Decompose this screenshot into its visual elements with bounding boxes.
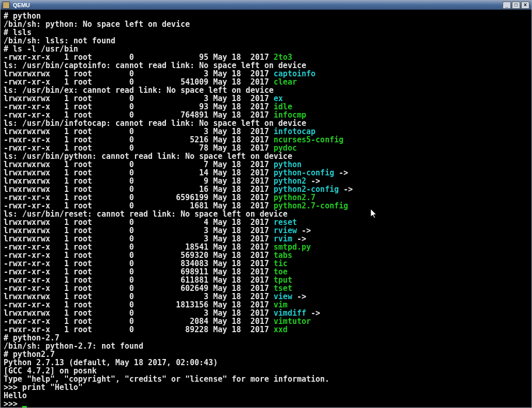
ls-row: -rwxr-xr-x 1 root 0 834083 May 18 2017 t… (4, 259, 528, 268)
prompt-line[interactable]: >>> (4, 400, 528, 407)
terminal-line: # lsls (4, 28, 528, 37)
ls-row: -rwxr-xr-x 1 root 0 93 May 18 2017 idle (4, 103, 528, 111)
ls-row: lrwxrwxrwx 1 root 0 16 May 18 2017 pytho… (4, 185, 528, 193)
terminal-line: ls: /usr/bin/infotocap: cannot read link… (4, 119, 528, 127)
ls-row: -rwxr-xr-x 1 root 0 18541 May 18 2017 sm… (4, 243, 528, 251)
terminal-line: Python 2.7.13 (default, May 18 2017, 02:… (4, 358, 528, 367)
maximize-button[interactable]: □ (512, 2, 520, 9)
ls-row: -rwxr-xr-x 1 root 0 5216 May 18 2017 ncu… (4, 136, 528, 144)
ls-row: -rwxr-xr-x 1 root 0 89228 May 18 2017 xx… (4, 325, 528, 334)
ls-row: lrwxrwxrwx 1 root 0 3 May 18 2017 view -… (4, 292, 528, 301)
terminal-line: ls: /usr/bin/captoinfo: cannot read link… (4, 61, 528, 70)
ls-row: -rwxr-xr-x 1 root 0 569320 May 18 2017 t… (4, 251, 528, 259)
filename: xxd (274, 325, 288, 334)
terminal-line: /bin/sh: python-2.7: not found (4, 342, 528, 350)
terminal-line: # python (4, 12, 528, 20)
ls-row: -rwxr-xr-x 1 root 0 95 May 18 2017 2to3 (4, 53, 528, 61)
ls-row: -rwxr-xr-x 1 root 0 78 May 18 2017 pydoc (4, 144, 528, 152)
terminal-line: >>> print "Hello" (4, 383, 528, 391)
cursor (22, 406, 27, 407)
terminal-line: [GCC 4.7.2] on posnk (4, 367, 528, 375)
terminal-line: /bin/sh: python: No space left on device (4, 20, 528, 28)
ls-row: lrwxrwxrwx 1 root 0 7 May 18 2017 python (4, 160, 528, 169)
ls-row: lrwxrwxrwx 1 root 0 14 May 18 2017 pytho… (4, 169, 528, 177)
ls-row: lrwxrwxrwx 1 root 0 3 May 18 2017 rvim -… (4, 235, 528, 243)
terminal-line: /bin/sh: lsls: not found (4, 37, 528, 45)
terminal-line: Type "help", "copyright", "credits" or "… (4, 375, 528, 383)
close-button[interactable]: × (521, 2, 529, 9)
terminal-line: ls: /usr/bin/python: cannot read link: N… (4, 152, 528, 160)
ls-row: lrwxrwxrwx 1 root 0 3 May 18 2017 rview … (4, 226, 528, 235)
ls-row: lrwxrwxrwx 1 root 0 3 May 18 2017 captoi… (4, 70, 528, 78)
titlebar[interactable]: QEMU _ □ × (1, 1, 531, 10)
ls-row: lrwxrwxrwx 1 root 0 3 May 18 2017 infoto… (4, 127, 528, 136)
window-title: QEMU (13, 2, 502, 8)
terminal-line: # python-2.7 (4, 334, 528, 342)
ls-row: lrwxrwxrwx 1 root 0 4 May 18 2017 reset (4, 218, 528, 226)
ls-row: -rwxr-xr-x 1 root 0 764891 May 18 2017 i… (4, 111, 528, 119)
ls-row: lrwxrwxrwx 1 root 0 3 May 18 2017 vimdif… (4, 309, 528, 317)
ls-row: lrwxrwxrwx 1 root 0 9 May 18 2017 python… (4, 177, 528, 185)
terminal-output[interactable]: # python/bin/sh: python: No space left o… (1, 10, 531, 407)
terminal-line: # python2.7 (4, 350, 528, 358)
ls-row: -rwxr-xr-x 1 root 0 541009 May 18 2017 c… (4, 78, 528, 86)
ls-row: -rwxr-xr-x 1 root 0 2084 May 18 2017 vim… (4, 317, 528, 325)
minimize-button[interactable]: _ (503, 2, 511, 9)
ls-row: -rwxr-xr-x 1 root 0 698911 May 18 2017 t… (4, 268, 528, 276)
ls-row: -rwxr-xr-x 1 root 0 1813156 May 18 2017 … (4, 301, 528, 309)
qemu-window: QEMU _ □ × # python/bin/sh: python: No s… (0, 0, 532, 408)
terminal-line: ls: /usr/bin/reset: cannot read link: No… (4, 210, 528, 218)
ls-row: -rwxr-xr-x 1 root 0 1681 May 18 2017 pyt… (4, 202, 528, 210)
ls-row: -rwxr-xr-x 1 root 0 611881 May 18 2017 t… (4, 276, 528, 284)
terminal-line: # ls -l /usr/bin (4, 45, 528, 53)
filename: clear (274, 77, 297, 87)
ls-row: -rwxr-xr-x 1 root 0 6596199 May 18 2017 … (4, 193, 528, 202)
terminal-line: Hello (4, 391, 528, 400)
ls-row: -rwxr-xr-x 1 root 0 602649 May 18 2017 t… (4, 284, 528, 292)
app-icon (3, 2, 10, 9)
terminal-line: ls: /usr/bin/ex: cannot read link: No sp… (4, 86, 528, 94)
ls-row: lrwxrwxrwx 1 root 0 3 May 18 2017 ex (4, 94, 528, 103)
